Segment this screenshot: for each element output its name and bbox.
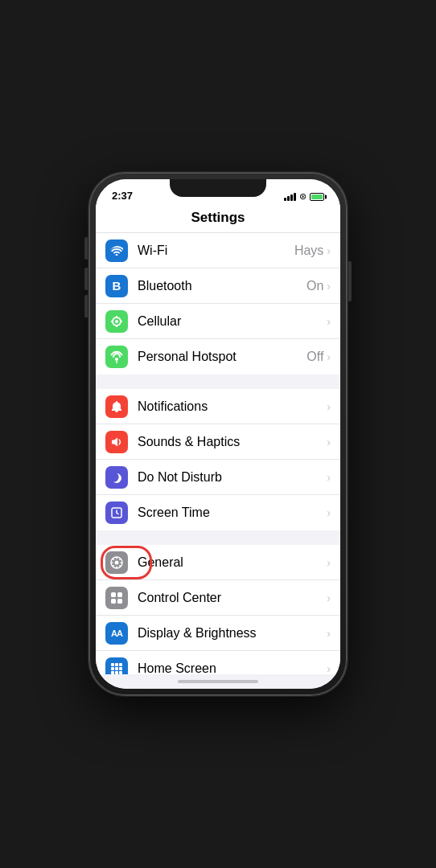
svg-rect-19: [111, 592, 116, 597]
display-symbol-icon: AA: [111, 628, 122, 638]
sounds-icon-bg: [105, 431, 128, 453]
dnd-label: Do Not Disturb: [138, 470, 327, 485]
bluetooth-value: On: [306, 279, 323, 293]
controlcenter-chevron-icon: ›: [327, 592, 331, 604]
general-label: General: [138, 555, 327, 570]
bluetooth-label: Bluetooth: [138, 279, 306, 293]
sounds-chevron-icon: ›: [327, 436, 331, 448]
general-icon-bg: [105, 551, 128, 574]
homescreen-label: Home Screen: [138, 661, 327, 675]
bluetooth-row[interactable]: B Bluetooth On ›: [96, 268, 340, 304]
section-gap-2: [96, 530, 340, 545]
notifications-icon-bg: [105, 395, 128, 418]
svg-point-1: [115, 320, 118, 323]
svg-rect-22: [117, 599, 122, 604]
screen: 2:37 ⊛: [96, 179, 340, 689]
dnd-symbol-icon: [110, 471, 123, 484]
svg-line-17: [119, 558, 121, 559]
section-gap-1: [96, 375, 340, 389]
wifi-label: Wi-Fi: [138, 244, 294, 258]
screentime-icon-bg: [105, 502, 128, 524]
svg-line-16: [119, 565, 121, 567]
svg-rect-23: [111, 663, 114, 666]
general-row[interactable]: General ›: [96, 545, 340, 580]
wifi-icon-bg: [105, 240, 128, 262]
display-row[interactable]: AA Display & Brightness ›: [96, 616, 340, 651]
display-icon-bg: AA: [105, 622, 128, 645]
hotspot-row[interactable]: Personal Hotspot Off ›: [96, 339, 340, 375]
notifications-label: Notifications: [138, 399, 327, 414]
notifications-symbol-icon: [111, 400, 122, 413]
dnd-icon-bg: [105, 466, 128, 489]
svg-rect-31: [119, 671, 122, 674]
notch: [170, 179, 266, 197]
screentime-label: Screen Time: [138, 506, 327, 520]
signal-bars-icon: [284, 193, 296, 201]
cellular-icon-bg: [105, 310, 128, 333]
screentime-chevron-icon: ›: [327, 506, 331, 519]
hotspot-icon-bg: [105, 346, 128, 368]
homescreen-chevron-icon: ›: [327, 662, 331, 675]
svg-rect-26: [111, 667, 114, 670]
wifi-value: Hays: [294, 244, 323, 258]
bluetooth-chevron-icon: ›: [327, 280, 331, 293]
svg-rect-30: [115, 671, 118, 674]
cellular-symbol-icon: [110, 315, 123, 328]
notifications-section: Notifications › Sounds & Haptics ›: [96, 389, 340, 530]
svg-rect-25: [119, 663, 122, 666]
screentime-symbol-icon: [110, 506, 123, 519]
dnd-row[interactable]: Do Not Disturb ›: [96, 460, 340, 495]
controlcenter-label: Control Center: [138, 591, 327, 605]
controlcenter-symbol-icon: [110, 592, 123, 604]
wifi-icon: ⊛: [299, 191, 306, 202]
homescreen-row[interactable]: Home Screen ›: [96, 651, 340, 674]
controlcenter-row[interactable]: Control Center ›: [96, 580, 340, 616]
nav-header: Settings: [96, 205, 340, 233]
page-title: Settings: [109, 210, 327, 226]
svg-rect-29: [111, 671, 114, 674]
general-symbol-icon: [110, 556, 123, 569]
svg-rect-27: [115, 667, 118, 670]
hotspot-label: Personal Hotspot: [138, 350, 306, 364]
hotspot-value: Off: [306, 350, 323, 364]
svg-point-6: [115, 358, 118, 361]
dnd-chevron-icon: ›: [327, 471, 331, 484]
connectivity-section: Wi-Fi Hays › B Bluetooth On ›: [96, 233, 340, 375]
settings-list[interactable]: Wi-Fi Hays › B Bluetooth On ›: [96, 233, 340, 674]
svg-rect-28: [119, 667, 122, 670]
display-label: Display & Brightness: [138, 626, 327, 641]
svg-point-10: [115, 560, 119, 564]
sounds-row[interactable]: Sounds & Haptics ›: [96, 424, 340, 460]
status-icons: ⊛: [284, 191, 324, 202]
notifications-chevron-icon: ›: [327, 400, 331, 413]
cellular-row[interactable]: Cellular ›: [96, 304, 340, 339]
bluetooth-symbol-icon: B: [113, 279, 121, 293]
notifications-row[interactable]: Notifications ›: [96, 389, 340, 424]
display-chevron-icon: ›: [327, 627, 331, 640]
svg-rect-24: [115, 663, 118, 666]
wifi-symbol-icon: [110, 246, 123, 256]
controlcenter-icon-bg: [105, 587, 128, 609]
svg-rect-21: [111, 599, 116, 604]
hotspot-symbol-icon: [110, 350, 123, 363]
bluetooth-icon-bg: B: [105, 275, 128, 297]
home-bar: [178, 680, 258, 683]
hotspot-chevron-icon: ›: [327, 350, 331, 363]
sounds-label: Sounds & Haptics: [138, 435, 327, 449]
wifi-chevron-icon: ›: [327, 244, 331, 257]
wifi-row[interactable]: Wi-Fi Hays ›: [96, 233, 340, 268]
svg-rect-20: [117, 592, 122, 597]
phone-screen: 2:37 ⊛: [96, 179, 340, 689]
svg-line-18: [113, 565, 114, 567]
sounds-symbol-icon: [110, 436, 123, 448]
homescreen-icon-bg: [105, 657, 128, 675]
general-section: General › Control Center: [96, 545, 340, 674]
battery-icon: [310, 193, 324, 201]
status-time: 2:37: [112, 190, 133, 202]
general-chevron-icon: ›: [327, 556, 331, 569]
homescreen-symbol-icon: [110, 662, 123, 675]
cellular-chevron-icon: ›: [327, 315, 331, 328]
cellular-label: Cellular: [138, 314, 327, 329]
screentime-row[interactable]: Screen Time ›: [96, 495, 340, 530]
svg-line-15: [113, 558, 114, 559]
